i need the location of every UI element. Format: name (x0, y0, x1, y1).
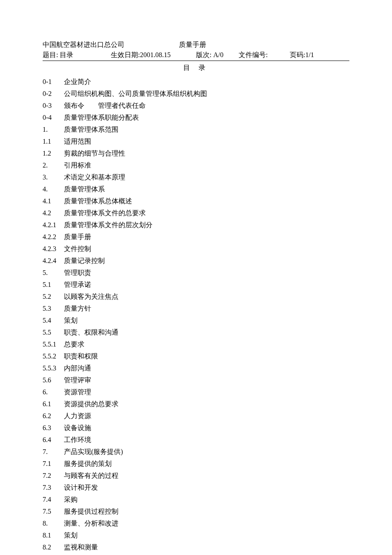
toc-number: 6.4 (43, 434, 64, 446)
toc-row: 6.1资源提供的总要求 (43, 398, 349, 410)
toc-number: 6.2 (43, 410, 64, 422)
toc-row: 6.2人力资源 (43, 410, 349, 422)
toc-number: 6. (43, 386, 64, 398)
header-line-2: 题目: 目录 生效日期:2001.08.15 版次: A/0 文件编号: 页码:… (43, 51, 349, 61)
header-line-1: 中国航空器材进出口总公司 质量手册 (43, 40, 349, 49)
toc-number: 0-1 (43, 76, 64, 88)
toc-text: 文件控制 (64, 243, 349, 255)
toc-text: 以顾客为关注焦点 (64, 291, 349, 303)
toc-number: 8.3 (43, 553, 64, 555)
toc-row: 6.3设备设施 (43, 422, 349, 434)
toc-text: 不合格控制 (64, 553, 349, 555)
toc-number: 5.6 (43, 374, 64, 386)
subject-label: 题目: (43, 51, 58, 58)
toc-number: 5.3 (43, 303, 64, 315)
toc-row: 5.5.2职责和权限 (43, 350, 349, 362)
toc-number: 4.2 (43, 207, 64, 219)
toc-text: 颁布令 管理者代表任命 (64, 100, 349, 112)
toc-row: 4.2.4质量记录控制 (43, 255, 349, 267)
toc-row: 5.3质量方针 (43, 303, 349, 315)
toc-number: 4. (43, 183, 64, 195)
document-title: 目 录 (43, 64, 349, 72)
effective-date-label: 生效日期: (111, 51, 140, 58)
toc-number: 4.2.3 (43, 243, 64, 255)
toc-number: 5.4 (43, 315, 64, 327)
toc-number: 2. (43, 159, 64, 171)
toc-number: 5.5.3 (43, 362, 64, 374)
toc-text: 企业简介 (64, 76, 349, 88)
toc-text: 质量方针 (64, 303, 349, 315)
toc-row: 8.2监视和测量 (43, 541, 349, 553)
toc-row: 5.1管理承诺 (43, 279, 349, 291)
toc-number: 8.1 (43, 529, 64, 541)
toc-text: 测量、分析和改进 (64, 517, 349, 529)
toc-row: 1.1适用范围 (43, 136, 349, 147)
toc-text: 采购 (64, 494, 349, 506)
toc-text: 策划 (64, 529, 349, 541)
toc-text: 质量管理体系文件的层次划分 (64, 219, 349, 231)
toc-number: 5.5.2 (43, 350, 64, 362)
effective-date-field: 生效日期:2001.08.15 (111, 51, 196, 60)
toc-row: 4.2.3文件控制 (43, 243, 349, 255)
effective-date-value: 2001.08.15 (140, 51, 170, 58)
toc-row: 6.资源管理 (43, 386, 349, 398)
toc-number: 1.1 (43, 136, 64, 147)
toc-text: 管理承诺 (64, 279, 349, 291)
toc-row: 7.5服务提供过程控制 (43, 506, 349, 517)
toc-text: 职责和权限 (64, 350, 349, 362)
toc-number: 6.1 (43, 398, 64, 410)
toc-number: 0-4 (43, 112, 64, 124)
toc-text: 监视和测量 (64, 541, 349, 553)
toc-text: 引用标准 (64, 159, 349, 171)
toc-text: 质量管理体系文件的总要求 (64, 207, 349, 219)
toc-number: 7.2 (43, 470, 64, 482)
toc-row: 4.1质量管理体系总体概述 (43, 195, 349, 207)
toc-number: 5.2 (43, 291, 64, 303)
toc-row: 4.2.1质量管理体系文件的层次划分 (43, 219, 349, 231)
company-name: 中国航空器材进出口总公司 (43, 40, 170, 49)
toc-number: 0-3 (43, 100, 64, 112)
toc-text: 设计和开发 (64, 482, 349, 494)
page-field: 页码:1/1 (290, 51, 314, 60)
toc-number: 8.2 (43, 541, 64, 553)
toc-row: 4.2.2质量手册 (43, 231, 349, 243)
toc-number: 4.2.2 (43, 231, 64, 243)
toc-row: 4.质量管理体系 (43, 183, 349, 195)
toc-number: 5. (43, 267, 64, 279)
subject-value: 目录 (60, 51, 73, 58)
toc-text: 内部沟通 (64, 362, 349, 374)
toc-number: 5.5 (43, 327, 64, 338)
toc-row: 5.2以顾客为关注焦点 (43, 291, 349, 303)
version-field: 版次: A/0 (196, 51, 239, 60)
toc-text: 服务提供的策划 (64, 458, 349, 470)
toc-text: 与顾客有关的过程 (64, 470, 349, 482)
toc-text: 工作环境 (64, 434, 349, 446)
toc-text: 质量管理体系范围 (64, 124, 349, 136)
toc-row: 8.3不合格控制 (43, 553, 349, 555)
toc-row: 5.6管理评审 (43, 374, 349, 386)
toc-row: 1.2剪裁的细节与合理性 (43, 147, 349, 159)
toc-number: 7.3 (43, 482, 64, 494)
toc-number: 7.4 (43, 494, 64, 506)
toc-number: 5.1 (43, 279, 64, 291)
toc-number: 5.5.1 (43, 338, 64, 350)
page-value: 1/1 (305, 51, 314, 58)
toc-text: 质量手册 (64, 231, 349, 243)
toc-text: 总要求 (64, 338, 349, 350)
toc-text: 适用范围 (64, 136, 349, 147)
table-of-contents: 0-1企业简介0-2公司组织机构图、公司质量管理体系组织机构图0-3颁布令 管理… (43, 76, 349, 555)
doc-no-field: 文件编号: (239, 51, 290, 60)
toc-row: 8.1策划 (43, 529, 349, 541)
toc-row: 5.4策划 (43, 315, 349, 327)
toc-row: 5.5.1总要求 (43, 338, 349, 350)
toc-text: 资源提供的总要求 (64, 398, 349, 410)
toc-row: 8.测量、分析和改进 (43, 517, 349, 529)
toc-row: 7.1服务提供的策划 (43, 458, 349, 470)
toc-row: 5.5职责、权限和沟通 (43, 327, 349, 338)
toc-text: 资源管理 (64, 386, 349, 398)
toc-number: 7.5 (43, 506, 64, 517)
toc-row: 7.3设计和开发 (43, 482, 349, 494)
toc-row: 2.引用标准 (43, 159, 349, 171)
document-page: 中国航空器材进出口总公司 质量手册 题目: 目录 生效日期:2001.08.15… (0, 0, 392, 555)
toc-row: 1.质量管理体系范围 (43, 124, 349, 136)
